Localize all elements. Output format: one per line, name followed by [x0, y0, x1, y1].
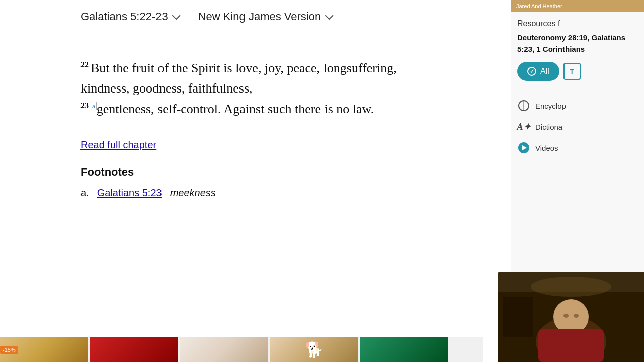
- ad-item-3[interactable]: [180, 337, 268, 362]
- bottom-ads-strip: -15% 🐕: [0, 337, 483, 362]
- svg-point-7: [564, 314, 569, 318]
- video-overlay[interactable]: [498, 272, 644, 362]
- verse-22-text: But the fruit of the Spirit is love, joy…: [80, 61, 397, 96]
- footnote-letter-a: a.: [80, 187, 89, 199]
- videos-label: Videos: [535, 144, 558, 152]
- footnote-a-marker[interactable]: a: [91, 102, 97, 110]
- dictionary-icon-container: A✦: [517, 120, 530, 133]
- dictionary-icon: A✦: [517, 121, 531, 132]
- bible-passage: 22But the fruit of the Spirit is love, j…: [20, 38, 448, 129]
- sidebar-user-header: Jared And Heather: [511, 0, 644, 12]
- sidebar-resources-panel: Resources f Deuteronomy 28:19, Galatians…: [511, 12, 644, 165]
- passage-reference-text: Galatians 5:22-23: [80, 10, 168, 23]
- resources-refs: Deuteronomy 28:19, Galatians 5:23, 1 Cor…: [517, 32, 638, 55]
- verse-23-number: 23: [80, 101, 89, 110]
- encyclopedia-resource-item[interactable]: Encyclop: [517, 95, 638, 116]
- version-selector[interactable]: New King James Version: [198, 10, 332, 23]
- passage-header: Galatians 5:22-23 New King James Version: [20, 0, 503, 38]
- main-content: Galatians 5:22-23 New King James Version…: [0, 0, 523, 362]
- svg-point-6: [531, 277, 611, 297]
- video-content-svg: [498, 272, 644, 362]
- sidebar-user-label: Jared And Heather: [516, 3, 562, 9]
- svg-point-8: [574, 314, 579, 318]
- footnotes-heading: Footnotes: [80, 166, 503, 179]
- footnotes-section: Footnotes a. Galatians 5:23 meekness: [20, 161, 503, 209]
- verse-23-text: gentleness, self-control. Against such t…: [97, 102, 374, 116]
- all-filter-button[interactable]: All: [517, 62, 559, 81]
- all-button-label: All: [540, 67, 549, 76]
- version-chevron-icon: [325, 11, 334, 20]
- ad-badge-discount[interactable]: -15%: [0, 346, 18, 354]
- ad-item-4[interactable]: 🐕: [270, 337, 358, 362]
- passage-reference-selector[interactable]: Galatians 5:22-23: [80, 10, 178, 23]
- svg-rect-4: [538, 329, 604, 362]
- dictionary-resource-item[interactable]: A✦ Dictiona: [517, 116, 638, 137]
- videos-icon-container: [517, 141, 530, 154]
- video-thumbnail: [498, 272, 644, 362]
- encyclopedia-label: Encyclop: [535, 102, 566, 110]
- globe-icon: [518, 100, 529, 111]
- verse-text-block: 22But the fruit of the Spirit is love, j…: [80, 58, 448, 119]
- version-text: New King James Version: [198, 10, 321, 23]
- ad-item-5[interactable]: [360, 337, 448, 362]
- footnote-text-a: meekness: [170, 187, 216, 199]
- extra-filter-icon: T: [570, 68, 574, 75]
- dictionary-label: Dictiona: [535, 123, 562, 131]
- extra-filter-button[interactable]: T: [564, 63, 581, 80]
- videos-resource-item[interactable]: Videos: [517, 137, 638, 158]
- footnote-item-a: a. Galatians 5:23 meekness: [80, 187, 503, 199]
- svg-point-3: [553, 299, 589, 334]
- read-full-chapter-link[interactable]: Read full chapter: [80, 139, 503, 151]
- passage-chevron-icon: [172, 11, 180, 20]
- dog-icon: 🐕: [305, 341, 324, 358]
- play-icon: [518, 142, 529, 153]
- ad-item-2[interactable]: [90, 337, 178, 362]
- footnote-ref-link-a[interactable]: Galatians 5:23: [97, 187, 162, 199]
- check-icon: [527, 67, 536, 76]
- svg-rect-5: [503, 297, 533, 337]
- verse-22-number: 22: [80, 60, 89, 69]
- resources-refs-text: Deuteronomy 28:19, Galatians 5:23, 1 Cor…: [517, 33, 625, 53]
- resources-title: Resources f: [517, 19, 638, 28]
- encyclopedia-icon: [517, 99, 530, 112]
